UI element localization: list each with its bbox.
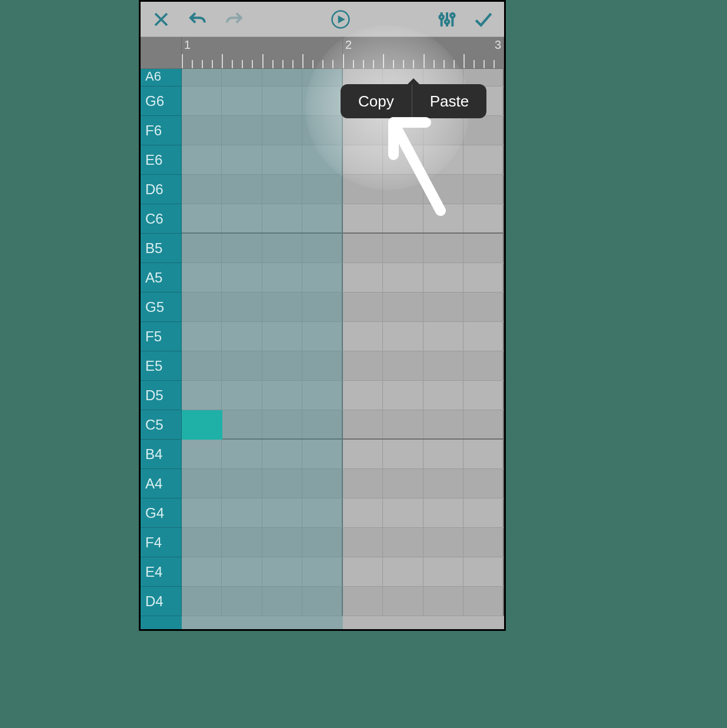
piano-key-A6[interactable]: A6 [141, 69, 182, 87]
piano-key-column: A6G6F6E6D6C6B5A5G5F5E5D5C5B4A4G4F4E4D4 [141, 69, 182, 629]
piano-key-A5[interactable]: A5 [141, 263, 182, 292]
note-row[interactable] [182, 116, 504, 145]
piano-key-E4[interactable]: E4 [141, 557, 182, 587]
note-row[interactable] [182, 292, 504, 322]
note-row[interactable] [182, 175, 504, 204]
note-row[interactable] [182, 145, 504, 175]
undo-button[interactable] [188, 9, 208, 29]
note-row[interactable] [182, 587, 504, 616]
piano-roll-editor: 1 2 3 A6G6F6E6D6C6B5 [139, 0, 506, 631]
note-row[interactable] [182, 234, 504, 263]
piano-key-B5[interactable]: B5 [141, 234, 182, 263]
copy-menu-item[interactable]: Copy [341, 84, 412, 118]
done-button[interactable] [473, 9, 493, 29]
ruler-bar-1[interactable]: 1 [182, 37, 343, 68]
piano-key-D4[interactable]: D4 [141, 587, 182, 616]
note-row[interactable] [182, 469, 504, 498]
piano-key-E5[interactable]: E5 [141, 351, 182, 381]
play-button[interactable] [331, 9, 351, 29]
piano-key-C6[interactable]: C6 [141, 204, 182, 234]
svg-point-3 [451, 14, 455, 18]
piano-key-B4[interactable]: B4 [141, 440, 182, 469]
note-row[interactable] [182, 322, 504, 351]
svg-point-1 [439, 15, 443, 19]
note-block[interactable] [182, 410, 222, 440]
note-grid[interactable] [182, 69, 504, 629]
piano-key-G6[interactable]: G6 [141, 87, 182, 116]
piano-key-G4[interactable]: G4 [141, 498, 182, 528]
piano-key-A4[interactable]: A4 [141, 469, 182, 498]
note-row[interactable] [182, 204, 504, 234]
timeline-ruler[interactable]: 1 2 3 [141, 37, 504, 69]
note-row[interactable] [182, 410, 504, 440]
note-grid-area: A6G6F6E6D6C6B5A5G5F5E5D5C5B4A4G4F4E4D4 [141, 69, 504, 629]
piano-key-F6[interactable]: F6 [141, 116, 182, 145]
toolbar [141, 2, 504, 37]
close-button[interactable] [151, 9, 171, 29]
bar-number: 2 [345, 38, 352, 52]
piano-key-D5[interactable]: D5 [141, 381, 182, 410]
note-row[interactable] [182, 440, 504, 469]
note-row[interactable] [182, 498, 504, 528]
paste-menu-item[interactable]: Paste [412, 84, 487, 118]
note-row[interactable] [182, 528, 504, 557]
piano-key-F4[interactable]: F4 [141, 528, 182, 557]
mixer-button[interactable] [437, 9, 457, 29]
bar-number: 1 [184, 38, 191, 52]
piano-key-G5[interactable]: G5 [141, 292, 182, 322]
svg-point-2 [445, 19, 449, 24]
bar-number: 3 [495, 38, 501, 52]
context-menu: Copy Paste [341, 84, 486, 118]
note-row[interactable] [182, 557, 504, 587]
piano-key-D6[interactable]: D6 [141, 175, 182, 204]
redo-button[interactable] [224, 9, 244, 29]
ruler-bar-2[interactable]: 2 3 [343, 37, 504, 68]
piano-key-F5[interactable]: F5 [141, 322, 182, 351]
piano-key-C5[interactable]: C5 [141, 410, 182, 440]
note-row[interactable] [182, 263, 504, 292]
piano-key-E6[interactable]: E6 [141, 145, 182, 175]
note-row[interactable] [182, 381, 504, 410]
note-row[interactable] [182, 351, 504, 381]
